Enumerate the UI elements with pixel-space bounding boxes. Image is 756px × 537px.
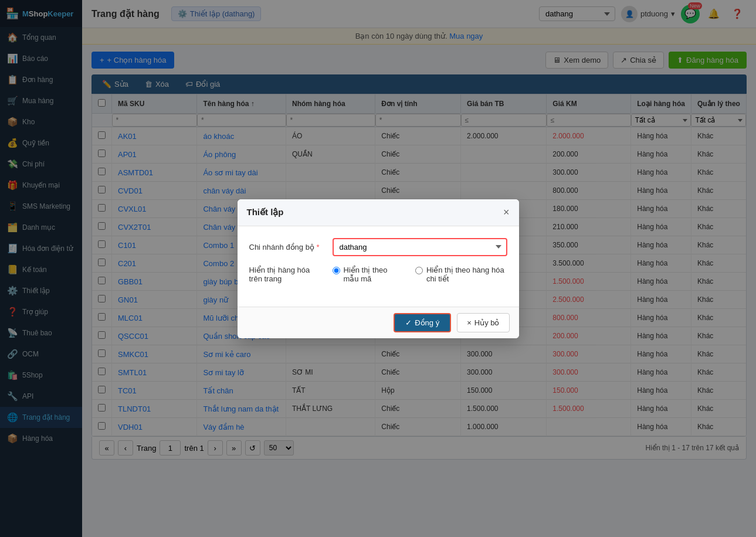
display-label: Hiển thị hàng hóatrên trang bbox=[249, 266, 326, 283]
radio-input-2[interactable] bbox=[415, 267, 423, 274]
radio-options: Hiển thị theo mẫu mã Hiển thị theo hàng … bbox=[333, 266, 507, 283]
modal-footer: ✓ Đồng ý × Hủy bỏ bbox=[238, 307, 519, 338]
branch-label: Chi nhánh đồng bộ * bbox=[249, 243, 326, 251]
display-radio-group: Hiển thị hàng hóatrên trang Hiển thị the… bbox=[249, 266, 507, 288]
radio-item-1[interactable]: Hiển thị theo mẫu mã bbox=[333, 266, 401, 283]
radio-label-2: Hiển thị theo hàng hóa chi tiết bbox=[426, 266, 507, 283]
branch-select[interactable]: dathang bbox=[333, 238, 507, 256]
radio-item-2[interactable]: Hiển thị theo hàng hóa chi tiết bbox=[415, 266, 507, 283]
check-icon: ✓ bbox=[405, 318, 412, 327]
modal-close-button[interactable]: × bbox=[503, 206, 510, 219]
radio-input-1[interactable] bbox=[333, 267, 340, 274]
modal-title: Thiết lập bbox=[247, 207, 284, 217]
cancel-button[interactable]: × Hủy bỏ bbox=[457, 313, 509, 332]
radio-label-1: Hiển thị theo mẫu mã bbox=[344, 266, 401, 283]
required-mark: * bbox=[317, 243, 320, 251]
modal-overlay: Thiết lập × Chi nhánh đồng bộ * dathang … bbox=[0, 0, 756, 537]
branch-row: Chi nhánh đồng bộ * dathang bbox=[249, 238, 507, 256]
modal-header: Thiết lập × bbox=[238, 199, 519, 226]
setup-modal: Thiết lập × Chi nhánh đồng bộ * dathang … bbox=[238, 199, 519, 338]
modal-body: Chi nhánh đồng bộ * dathang Hiển thị hàn… bbox=[238, 226, 519, 307]
cancel-icon: × bbox=[467, 318, 472, 327]
confirm-button[interactable]: ✓ Đồng ý bbox=[394, 313, 451, 332]
